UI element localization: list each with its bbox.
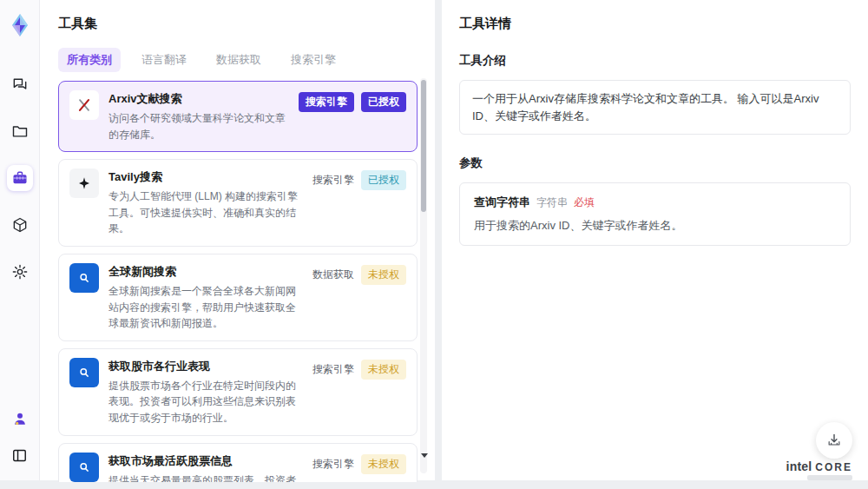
list-scrollbar[interactable] <box>420 78 427 473</box>
auth-status-badge: 已授权 <box>361 92 406 112</box>
auth-status-badge: 未授权 <box>361 360 406 380</box>
news-search-icon <box>69 263 99 293</box>
intro-section-title: 工具介绍 <box>459 53 851 69</box>
download-icon <box>825 432 843 449</box>
folder-icon <box>11 122 29 140</box>
tool-card-list: Arxiv文献搜索 访问各个研究领域大量科学论文和文章的存储库。 搜索引擎 已授… <box>58 81 418 482</box>
sidebar-item-profile[interactable] <box>7 406 33 432</box>
package-icon <box>11 216 29 234</box>
tool-card-tavily[interactable]: Tavily搜索 专为人工智能代理 (LLM) 构建的搜索引擎工具。可快速提供实… <box>58 159 418 247</box>
tool-list-panel: 工具集 所有类别 语言翻译 数据获取 搜索引擎 Arxiv文献搜索 访问各个研究… <box>40 0 435 480</box>
sidebar-item-panel-toggle[interactable] <box>7 442 33 468</box>
page-title: 工具集 <box>58 16 435 32</box>
arxiv-logo-icon <box>69 90 99 120</box>
sidebar-item-chat[interactable] <box>7 71 33 97</box>
tab-search-engine[interactable]: 搜索引擎 <box>282 48 345 72</box>
tab-data-fetch[interactable]: 数据获取 <box>207 48 270 72</box>
news-search-icon <box>69 358 99 387</box>
tool-description: 提供当天交易量最高的股票列表，投资者可以利用这些信息来识别流动性强的股票和潜在的… <box>108 472 303 482</box>
scrollbar-down-arrow-icon[interactable] <box>421 453 428 458</box>
download-button[interactable] <box>816 422 852 459</box>
detail-title: 工具详情 <box>459 16 851 32</box>
sidebar-item-tools[interactable] <box>7 165 33 191</box>
tool-card-global-news[interactable]: 全球新闻搜索 全球新闻搜索是一个聚合全球各大新闻网站内容的搜索引擎，帮助用户快速… <box>58 254 418 341</box>
tool-intro-box: 一个用于从Arxiv存储库搜索科学论文和文章的工具。 输入可以是Arxiv ID… <box>459 80 851 135</box>
param-description: 用于搜索的Arxiv ID、关键字或作者姓名。 <box>474 218 836 234</box>
chat-icon <box>11 76 29 93</box>
sidebar-item-packages[interactable] <box>7 212 33 238</box>
tool-description: 访问各个研究领域大量科学论文和文章的存储库。 <box>108 110 289 142</box>
auth-status-badge: 未授权 <box>361 265 406 285</box>
params-section-title: 参数 <box>459 155 851 171</box>
left-sidebar <box>0 0 40 480</box>
scrollbar-thumb[interactable] <box>421 80 426 212</box>
param-required-flag: 必填 <box>574 195 595 210</box>
user-avatar-icon <box>11 410 29 427</box>
tool-card-arxiv[interactable]: Arxiv文献搜索 访问各个研究领域大量科学论文和文章的存储库。 搜索引擎 已授… <box>58 81 418 152</box>
tab-all-categories[interactable]: 所有类别 <box>58 48 121 72</box>
panel-toggle-icon <box>11 447 28 464</box>
param-type: 字符串 <box>536 195 568 210</box>
sidebar-item-files[interactable] <box>7 118 33 144</box>
category-tabs: 所有类别 语言翻译 数据获取 搜索引擎 <box>58 48 435 72</box>
tool-card-sector-performance[interactable]: 获取股市各行业表现 提供股票市场各个行业在特定时间段内的表现。投资者可以利用这些… <box>58 348 418 436</box>
category-badge: 数据获取 <box>312 265 354 285</box>
intel-core-logo: intel CORE <box>783 460 852 480</box>
tool-name: Tavily搜索 <box>108 169 303 185</box>
param-name: 查询字符串 <box>474 195 530 210</box>
parameter-item: 查询字符串 字符串 必填 用于搜索的Arxiv ID、关键字或作者姓名。 <box>459 182 851 246</box>
sidebar-item-settings[interactable] <box>7 259 33 285</box>
tool-description: 提供股票市场各个行业在特定时间段内的表现。投资者可以利用这些信息来识别表现优于或… <box>108 378 303 426</box>
tool-card-most-active-stocks[interactable]: 获取市场最活跃股票信息 提供当天交易量最高的股票列表，投资者可以利用这些信息来识… <box>58 443 418 482</box>
category-badge: 搜索引擎 <box>312 170 354 190</box>
tool-description: 专为人工智能代理 (LLM) 构建的搜索引擎工具。可快速提供实时、准确和真实的结… <box>108 188 303 237</box>
news-search-icon <box>69 453 99 482</box>
brand-sub-mark <box>807 475 852 480</box>
tool-name: 获取股市各行业表现 <box>108 359 303 374</box>
tab-language-translation[interactable]: 语言翻译 <box>133 48 195 72</box>
tool-name: 全球新闻搜索 <box>108 264 303 280</box>
gear-icon <box>11 263 29 281</box>
auth-status-badge: 已授权 <box>361 170 406 190</box>
sparkle-icon <box>69 169 99 198</box>
category-badge: 搜索引擎 <box>299 92 354 112</box>
app-logo-icon <box>5 10 35 40</box>
category-badge: 搜索引擎 <box>312 360 354 380</box>
briefcase-icon <box>11 169 29 187</box>
category-badge: 搜索引擎 <box>312 454 354 474</box>
brand-intel-text: intel <box>786 460 812 472</box>
tool-description: 全球新闻搜索是一个聚合全球各大新闻网站内容的搜索引擎，帮助用户快速获取全球最新资… <box>108 283 303 332</box>
brand-core-text: CORE <box>815 462 852 472</box>
tool-detail-panel: 工具详情 工具介绍 一个用于从Arxiv存储库搜索科学论文和文章的工具。 输入可… <box>442 0 868 480</box>
tool-name: 获取市场最活跃股票信息 <box>108 453 303 469</box>
auth-status-badge: 未授权 <box>361 454 406 474</box>
tool-name: Arxiv文献搜索 <box>108 91 289 107</box>
